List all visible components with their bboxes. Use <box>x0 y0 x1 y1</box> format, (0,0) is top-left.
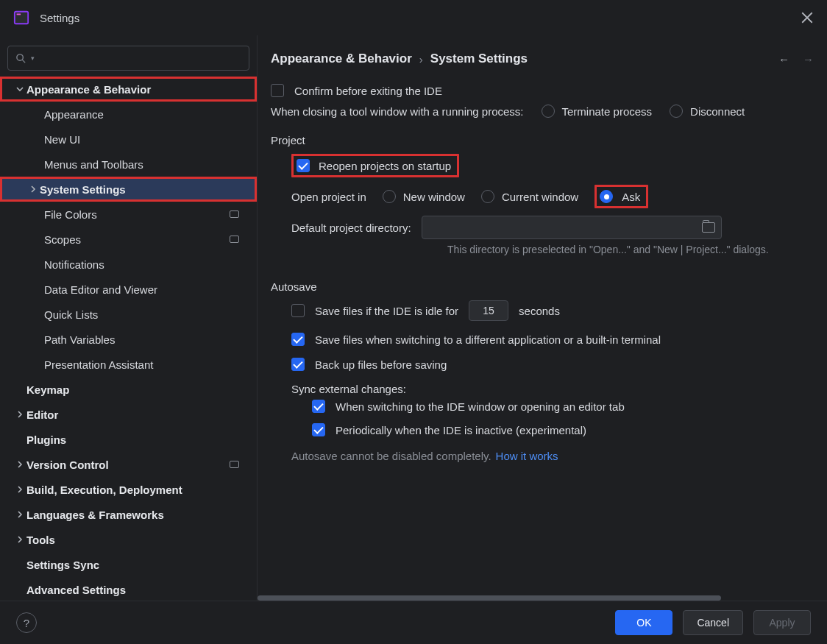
tree-item-label: Settings Sync <box>26 559 99 571</box>
tree-item-label: System Settings <box>40 183 126 196</box>
tree-item-settings-sync[interactable]: Settings Sync <box>0 552 257 577</box>
current-window-label: Current window <box>502 191 578 203</box>
reopen-highlight: Reopen projects on startup <box>291 154 459 177</box>
tree-item-scopes[interactable]: Scopes <box>0 227 257 252</box>
sync-switch-row[interactable]: When switching to the IDE window or open… <box>271 400 827 413</box>
tree-item-appearance-behavior[interactable]: Appearance & Behavior <box>0 77 257 102</box>
project-group-title: Project <box>271 134 827 146</box>
settings-content: Confirm before exiting the IDE When clos… <box>258 75 827 601</box>
search-dropdown-icon: ▾ <box>31 54 35 62</box>
default-dir-input[interactable] <box>422 216 722 239</box>
tree-item-data-editor-and-viewer[interactable]: Data Editor and Viewer <box>0 277 257 302</box>
ask-radio[interactable] <box>600 190 613 203</box>
sync-periodic-row[interactable]: Periodically when the IDE is inactive (e… <box>271 423 827 436</box>
titlebar: Settings <box>0 0 827 35</box>
tree-item-version-control[interactable]: Version Control <box>0 452 257 477</box>
svg-rect-0 <box>15 12 28 24</box>
tree-item-label: Version Control <box>26 459 109 471</box>
tree-item-appearance[interactable]: Appearance <box>0 102 257 127</box>
autosave-note: Autosave cannot be disabled completely. <box>291 450 491 462</box>
save-idle-row[interactable]: Save files if the IDE is idle for 15 sec… <box>271 300 827 321</box>
app-logo-icon <box>13 10 29 26</box>
seconds-label: seconds <box>519 305 560 317</box>
backup-checkbox[interactable] <box>291 358 305 371</box>
tree-item-presentation-assistant[interactable]: Presentation Assistant <box>0 352 257 377</box>
ask-highlight: Ask <box>594 185 648 208</box>
tree-item-build-execution-deployment[interactable]: Build, Execution, Deployment <box>0 477 257 502</box>
current-window-radio[interactable] <box>481 190 494 203</box>
idle-seconds-input[interactable]: 15 <box>469 300 508 321</box>
tree-item-menus-and-toolbars[interactable]: Menus and Toolbars <box>0 152 257 177</box>
tree-item-quick-lists[interactable]: Quick Lists <box>0 302 257 327</box>
search-input[interactable] <box>39 52 241 65</box>
ask-label: Ask <box>622 191 640 203</box>
terminate-label: Terminate process <box>562 105 653 118</box>
tree-item-label: Plugins <box>26 434 66 446</box>
tree-item-new-ui[interactable]: New UI <box>0 127 257 152</box>
sync-periodic-checkbox[interactable] <box>312 423 325 436</box>
tree-item-keymap[interactable]: Keymap <box>0 377 257 402</box>
confirm-exit-label: Confirm before exiting the IDE <box>294 85 442 97</box>
default-dir-hint: This directory is preselected in "Open..… <box>447 244 827 255</box>
tree-item-tools[interactable]: Tools <box>0 527 257 552</box>
tree-item-label: Data Editor and Viewer <box>44 283 157 296</box>
terminate-radio[interactable] <box>542 105 555 118</box>
chevron-right-icon <box>16 411 24 418</box>
project-scope-icon <box>230 461 239 468</box>
tree-item-plugins[interactable]: Plugins <box>0 427 257 452</box>
tree-item-label: Quick Lists <box>44 308 98 321</box>
backup-row[interactable]: Back up files before saving <box>271 358 827 371</box>
tree-item-label: Tools <box>26 534 55 546</box>
chevron-right-icon <box>16 536 24 543</box>
cancel-button[interactable]: Cancel <box>683 610 743 635</box>
tree-item-label: Notifications <box>44 258 104 271</box>
breadcrumb: Appearance & Behavior › System Settings <box>271 52 528 66</box>
tree-item-label: Appearance & Behavior <box>26 83 151 96</box>
folder-icon[interactable] <box>702 222 715 233</box>
disconnect-label: Disconnect <box>690 105 745 118</box>
tree-item-file-colors[interactable]: File Colors <box>0 202 257 227</box>
project-scope-icon <box>230 210 239 218</box>
disconnect-radio[interactable] <box>670 105 683 118</box>
search-box[interactable]: ▾ <box>7 46 249 71</box>
horizontal-scrollbar[interactable] <box>258 595 827 601</box>
save-idle-checkbox[interactable] <box>291 304 305 317</box>
open-in-label: Open project in <box>291 191 366 203</box>
nav-forward-icon: → <box>803 53 814 66</box>
save-switch-checkbox[interactable] <box>291 333 305 346</box>
help-button[interactable]: ? <box>16 612 37 633</box>
project-scope-icon <box>230 236 239 243</box>
sync-switch-checkbox[interactable] <box>312 400 325 413</box>
how-it-works-link[interactable]: How it works <box>496 450 558 462</box>
svg-point-2 <box>17 54 23 60</box>
settings-main-panel: Appearance & Behavior › System Settings … <box>258 35 827 601</box>
svg-rect-1 <box>17 14 21 15</box>
tree-item-label: New UI <box>44 133 80 146</box>
tree-item-advanced-settings[interactable]: Advanced Settings <box>0 577 257 601</box>
save-switch-row[interactable]: Save files when switching to a different… <box>271 333 827 346</box>
nav-back-icon[interactable]: ← <box>778 53 789 66</box>
tree-item-system-settings[interactable]: System Settings <box>0 177 257 202</box>
chevron-right-icon <box>29 185 37 193</box>
new-window-radio[interactable] <box>383 190 396 203</box>
confirm-exit-row[interactable]: Confirm before exiting the IDE <box>271 84 827 97</box>
breadcrumb-root[interactable]: Appearance & Behavior <box>271 52 412 66</box>
tree-item-editor[interactable]: Editor <box>0 402 257 427</box>
close-icon[interactable] <box>801 11 814 24</box>
ok-button[interactable]: OK <box>615 610 672 635</box>
confirm-exit-checkbox[interactable] <box>271 84 284 97</box>
tree-item-notifications[interactable]: Notifications <box>0 252 257 277</box>
tree-item-label: Scopes <box>44 233 81 246</box>
apply-button[interactable]: Apply <box>753 610 811 635</box>
default-dir-label: Default project directory: <box>291 222 411 234</box>
tree-item-label: Advanced Settings <box>26 584 126 596</box>
save-switch-label: Save files when switching to a different… <box>315 333 661 346</box>
tree-item-path-variables[interactable]: Path Variables <box>0 327 257 352</box>
tree-item-languages-frameworks[interactable]: Languages & Frameworks <box>0 502 257 527</box>
search-icon <box>15 53 26 64</box>
save-idle-label: Save files if the IDE is idle for <box>315 305 458 317</box>
chevron-right-icon: › <box>419 53 423 66</box>
sync-switch-label: When switching to the IDE window or open… <box>336 400 625 413</box>
dialog-footer: ? OK Cancel Apply <box>0 601 827 644</box>
reopen-checkbox[interactable] <box>297 159 310 172</box>
